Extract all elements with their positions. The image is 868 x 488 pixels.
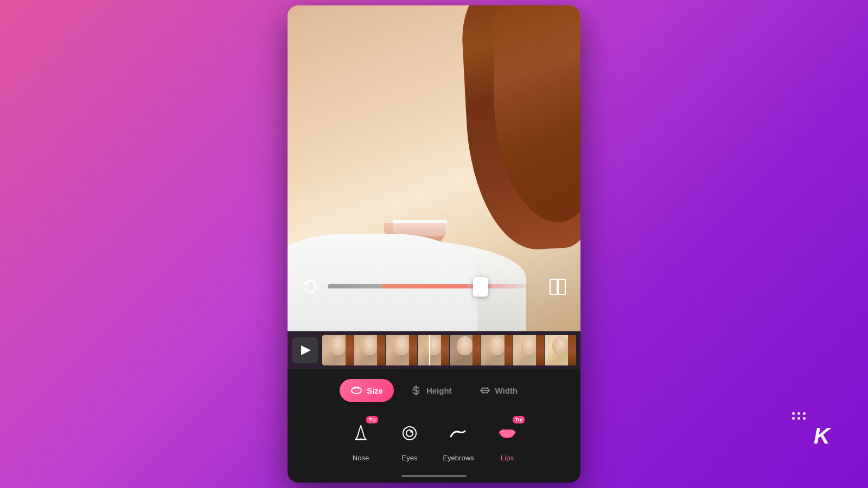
slider-thumb[interactable] <box>473 277 488 297</box>
playhead <box>429 335 430 365</box>
feature-eyebrows[interactable]: Eyebrows <box>442 417 475 462</box>
thumbnail-5 <box>450 335 481 365</box>
play-button[interactable] <box>292 337 318 363</box>
eyes-icon-wrap <box>393 417 426 450</box>
feature-nose[interactable]: Try Nose <box>344 417 377 462</box>
home-bar <box>401 475 467 477</box>
home-indicator <box>288 471 580 483</box>
feature-lips[interactable]: Try Lips <box>491 417 524 462</box>
play-icon <box>301 345 311 355</box>
svg-rect-0 <box>550 279 557 294</box>
undo-button[interactable] <box>298 275 322 299</box>
tab-width[interactable]: Width <box>468 379 529 402</box>
slider-area <box>288 275 580 299</box>
eyebrows-icon <box>449 426 468 441</box>
controls-panel: Size Height Width <box>288 369 580 471</box>
thumbnail-6 <box>481 335 513 365</box>
tab-height[interactable]: Height <box>399 379 463 402</box>
lips-icon-wrap: Try <box>491 417 524 450</box>
nose-icon-wrap: Try <box>344 417 377 450</box>
watermark-k: K <box>814 425 830 447</box>
app-container: Size Height Width <box>288 5 580 483</box>
lips-try-badge: Try <box>513 416 525 423</box>
slider-track-container[interactable] <box>328 284 540 290</box>
tab-width-label: Width <box>495 386 518 395</box>
timeline <box>288 331 580 369</box>
eyes-label: Eyes <box>402 454 418 462</box>
thumbnails-strip[interactable] <box>322 335 576 365</box>
tab-height-label: Height <box>426 386 452 395</box>
thumbnail-8 <box>545 335 576 365</box>
nose-label: Nose <box>353 454 369 462</box>
features-row: Try Nose <box>298 412 570 465</box>
eyebrows-label: Eyebrows <box>443 454 474 462</box>
watermark-dots <box>792 412 806 420</box>
thumbnail-4 <box>418 335 449 365</box>
svg-point-5 <box>410 431 412 433</box>
feature-eyes[interactable]: Eyes <box>393 417 426 462</box>
svg-rect-1 <box>558 279 565 294</box>
video-area <box>288 5 580 331</box>
svg-point-3 <box>403 427 416 440</box>
lips-label: Lips <box>501 454 514 462</box>
tab-size[interactable]: Size <box>340 379 394 402</box>
tab-size-label: Size <box>367 386 383 395</box>
eyebrows-icon-wrap <box>442 417 475 450</box>
height-tab-icon <box>410 384 422 396</box>
thumbnail-1 <box>322 335 354 365</box>
nose-try-badge: Try <box>366 416 378 423</box>
width-tab-icon <box>479 384 491 396</box>
nose-icon <box>351 423 371 443</box>
lips-icon <box>497 426 518 441</box>
size-tab-icon <box>350 384 362 396</box>
thumbnail-3 <box>386 335 417 365</box>
thumbnail-2 <box>354 335 386 365</box>
compare-button[interactable] <box>546 275 570 299</box>
thumbnail-7 <box>513 335 545 365</box>
tab-bar: Size Height Width <box>298 379 570 402</box>
watermark-area: K <box>792 412 825 445</box>
eyes-icon <box>400 423 419 443</box>
slider-track <box>328 284 540 288</box>
